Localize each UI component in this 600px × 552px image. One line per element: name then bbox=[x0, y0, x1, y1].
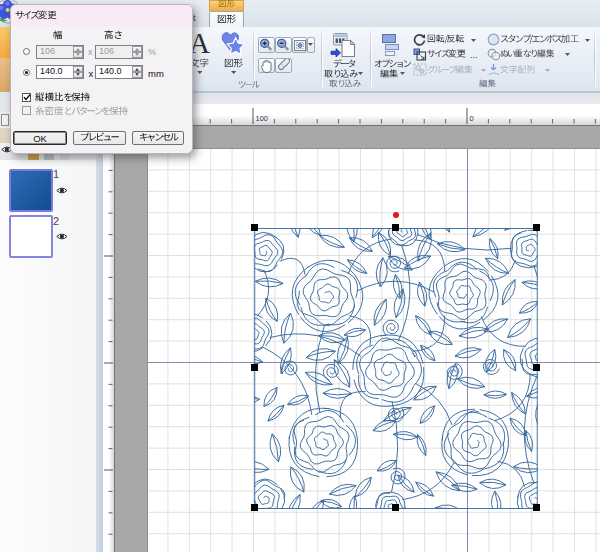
svg-text:100: 100 bbox=[256, 114, 269, 123]
svg-text:0: 0 bbox=[470, 114, 474, 123]
